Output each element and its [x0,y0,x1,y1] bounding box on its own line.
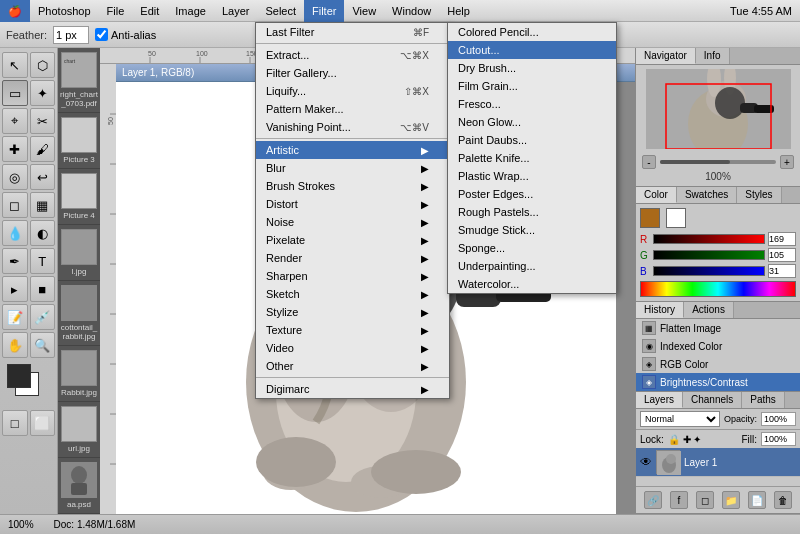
file-item-4[interactable]: cottontail_rabbit.jpg [58,281,100,346]
history-item-0[interactable]: ▦ Flatten Image [636,319,800,337]
file-item-7[interactable]: aa.psd [58,458,100,514]
r-gradient-bar[interactable] [653,234,765,244]
tool-lasso[interactable]: ⬡ [30,52,56,78]
zoom-in-button[interactable]: + [780,155,794,169]
menu-image[interactable]: Image [167,0,214,22]
spectrum-bar[interactable] [640,281,796,297]
filter-gallery[interactable]: Filter Gallery... [256,64,449,82]
filter-sharpen[interactable]: Sharpen ▶ [256,267,449,285]
file-item-2[interactable]: Picture 4 [58,169,100,225]
tab-paths[interactable]: Paths [742,392,785,408]
tool-clone[interactable]: ◎ [2,164,28,190]
tool-text[interactable]: T [30,248,56,274]
tool-crop[interactable]: ⌖ [2,108,28,134]
blend-mode-dropdown[interactable]: Normal Multiply Screen [640,411,720,427]
menu-view[interactable]: View [344,0,384,22]
tool-blur[interactable]: 💧 [2,220,28,246]
filter-digimarc[interactable]: Digimarc ▶ [256,380,449,398]
filter-liquify[interactable]: Liquify... ⇧⌘X [256,82,449,100]
opacity-input[interactable] [761,412,796,426]
tab-styles[interactable]: Styles [737,187,781,203]
tool-path-select[interactable]: ▸ [2,276,28,302]
file-item-0[interactable]: chart right_chart _0703.pdf [58,48,100,113]
tab-swatches[interactable]: Swatches [677,187,737,203]
artistic-smudge-stick[interactable]: Smudge Stick... [448,221,616,239]
tool-healing[interactable]: ✚ [2,136,28,162]
tool-gradient[interactable]: ▦ [30,192,56,218]
artistic-cutout[interactable]: Cutout... [448,41,616,59]
menu-select[interactable]: Select [257,0,304,22]
artistic-colored-pencil[interactable]: Colored Pencil... [448,23,616,41]
layer-visibility-icon[interactable]: 👁 [640,455,652,469]
filter-other[interactable]: Other ▶ [256,357,449,375]
tool-marquee[interactable]: ▭ [2,80,28,106]
tool-slice[interactable]: ✂ [30,108,56,134]
history-item-1[interactable]: ◉ Indexed Color [636,337,800,355]
tool-hand[interactable]: ✋ [2,332,28,358]
bg-color-box[interactable] [666,208,686,228]
filter-vanishing-point[interactable]: Vanishing Point... ⌥⌘V [256,118,449,136]
feather-input[interactable] [53,26,89,44]
artistic-fresco[interactable]: Fresco... [448,95,616,113]
file-item-6[interactable]: url.jpg [58,402,100,458]
tool-standard-mode[interactable]: □ [2,410,28,436]
filter-video[interactable]: Video ▶ [256,339,449,357]
b-value-input[interactable] [768,264,796,278]
menu-window[interactable]: Window [384,0,439,22]
tool-brush[interactable]: 🖌 [30,136,56,162]
tab-channels[interactable]: Channels [683,392,742,408]
add-style-button[interactable]: f [670,491,688,509]
b-gradient-bar[interactable] [653,266,765,276]
fill-input[interactable] [761,432,796,446]
new-group-button[interactable]: 📁 [722,491,740,509]
artistic-sponge[interactable]: Sponge... [448,239,616,257]
filter-sketch[interactable]: Sketch ▶ [256,285,449,303]
artistic-rough-pastels[interactable]: Rough Pastels... [448,203,616,221]
artistic-paint-daubs[interactable]: Paint Daubs... [448,131,616,149]
tool-notes[interactable]: 📝 [2,304,28,330]
tab-color[interactable]: Color [636,187,677,203]
r-value-input[interactable] [768,232,796,246]
menu-file[interactable]: File [99,0,133,22]
tab-actions[interactable]: Actions [684,302,734,318]
filter-render[interactable]: Render ▶ [256,249,449,267]
tool-pen[interactable]: ✒ [2,248,28,274]
menu-help[interactable]: Help [439,0,478,22]
tool-eraser[interactable]: ◻ [2,192,28,218]
filter-artistic[interactable]: Artistic ▶ [256,141,449,159]
file-item-5[interactable]: Rabbit.jpg [58,346,100,402]
new-layer-button[interactable]: 📄 [748,491,766,509]
artistic-underpainting[interactable]: Underpainting... [448,257,616,275]
antialias-checkbox[interactable] [95,28,108,41]
history-item-2[interactable]: ◈ RGB Color [636,355,800,373]
artistic-neon-glow[interactable]: Neon Glow... [448,113,616,131]
tab-history[interactable]: History [636,302,684,318]
filter-distort[interactable]: Distort ▶ [256,195,449,213]
filter-last-filter[interactable]: Last Filter ⌘F [256,23,449,41]
menu-photoshop[interactable]: Photoshop [30,0,99,22]
filter-texture[interactable]: Texture ▶ [256,321,449,339]
tool-quick-mask[interactable]: ⬜ [30,410,56,436]
filter-brush-strokes[interactable]: Brush Strokes ▶ [256,177,449,195]
menu-layer[interactable]: Layer [214,0,258,22]
zoom-slider[interactable] [660,160,776,164]
tool-eyedropper[interactable]: 💉 [30,304,56,330]
artistic-dry-brush[interactable]: Dry Brush... [448,59,616,77]
layer-row-1[interactable]: 👁 Layer 1 [636,448,800,477]
artistic-film-grain[interactable]: Film Grain... [448,77,616,95]
fg-color-box[interactable] [640,208,660,228]
tool-move[interactable]: ↖ [2,52,28,78]
apple-menu[interactable]: 🍎 [0,0,30,22]
artistic-watercolor[interactable]: Watercolor... [448,275,616,293]
tab-layers[interactable]: Layers [636,392,683,408]
add-mask-button[interactable]: ◻ [696,491,714,509]
tool-dodge[interactable]: ◐ [30,220,56,246]
g-gradient-bar[interactable] [653,250,765,260]
tab-info[interactable]: Info [696,48,730,64]
menu-filter[interactable]: Filter [304,0,344,22]
link-layers-button[interactable]: 🔗 [644,491,662,509]
g-value-input[interactable] [768,248,796,262]
artistic-poster-edges[interactable]: Poster Edges... [448,185,616,203]
filter-blur[interactable]: Blur ▶ [256,159,449,177]
foreground-color-swatch[interactable] [7,364,31,388]
